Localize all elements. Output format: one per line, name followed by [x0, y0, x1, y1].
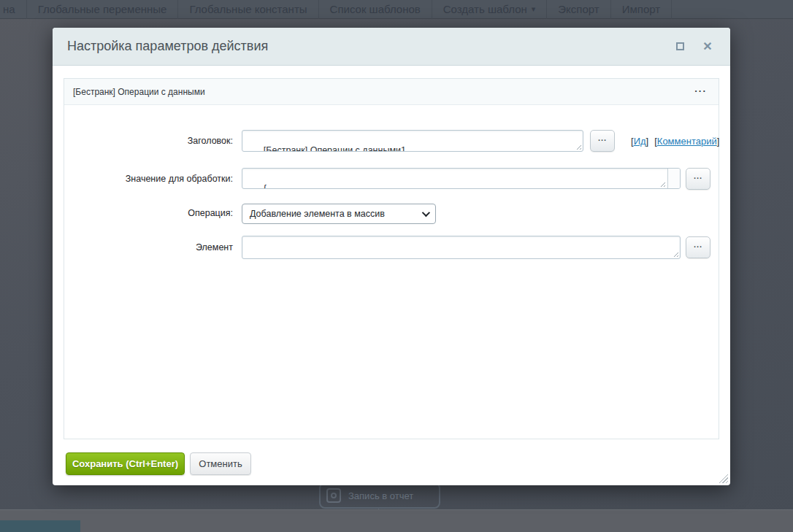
- value-picker-button[interactable]: ...: [686, 168, 710, 190]
- action-panel: [Бестранк] Операции с данными ... Заголо…: [64, 78, 719, 439]
- bottom-panel-tab[interactable]: [0, 520, 80, 532]
- id-link-wrap: [Ид]: [631, 136, 648, 147]
- resize-grip-icon[interactable]: [575, 143, 581, 150]
- panel-menu-button[interactable]: ...: [692, 87, 710, 96]
- resize-grip-icon[interactable]: [672, 250, 678, 257]
- caret-down-icon: ▾: [532, 5, 536, 13]
- id-link[interactable]: Ид: [634, 136, 646, 147]
- nav-item-global-constants[interactable]: Глобальные константы: [178, 0, 318, 19]
- title-label: Заголовок:: [64, 130, 233, 152]
- value-input[interactable]: {: [242, 168, 681, 189]
- operation-label: Операция:: [64, 203, 233, 223]
- title-input[interactable]: [Бестранк] Операции с данными1: [242, 130, 583, 152]
- title-picker-button[interactable]: ...: [590, 130, 615, 152]
- cancel-button[interactable]: Отменить: [190, 452, 251, 475]
- dialog-header: Настройка параметров действия ✕: [53, 28, 730, 66]
- spellcheck-flagged-text: [Бестранк]: [264, 145, 307, 152]
- top-navbar: на Глобальные переменные Глобальные конс…: [0, 0, 793, 19]
- operation-selected-value: Добавление элемента в массив: [250, 209, 385, 219]
- comment-link[interactable]: Комментарий: [657, 136, 717, 147]
- element-label: Элемент: [64, 236, 233, 259]
- bottom-panel: [0, 510, 793, 532]
- comment-link-wrap: [Комментарий]: [654, 136, 719, 147]
- resize-grip-icon[interactable]: [659, 180, 665, 187]
- element-picker-button[interactable]: ...: [686, 236, 710, 258]
- nav-item-create-template[interactable]: Создать шаблон ▾: [432, 0, 548, 19]
- value-label: Значение для обработки:: [64, 168, 233, 190]
- report-node-icon: [326, 488, 341, 503]
- chevron-down-icon: [422, 209, 430, 217]
- action-settings-dialog: Настройка параметров действия ✕ [Бестран…: [53, 28, 730, 485]
- nav-item-template-list[interactable]: Список шаблонов: [319, 0, 432, 19]
- nav-item-partial[interactable]: на: [0, 0, 27, 19]
- close-button[interactable]: ✕: [700, 39, 716, 55]
- flow-node-label: Запись в отчет: [348, 490, 413, 501]
- save-button[interactable]: Сохранить (Ctrl+Enter): [66, 452, 185, 475]
- element-input[interactable]: [242, 236, 681, 259]
- dialog-resize-grip[interactable]: [718, 473, 728, 483]
- flow-node-report-write[interactable]: Запись в отчет: [319, 482, 440, 509]
- title-extra-links: [Ид] [Комментарий]: [631, 130, 719, 152]
- value-scrollbar[interactable]: [667, 169, 680, 188]
- maximize-button[interactable]: [672, 39, 688, 55]
- nav-item-global-variables[interactable]: Глобальные переменные: [27, 0, 179, 19]
- close-icon: ✕: [702, 41, 712, 53]
- nav-item-export[interactable]: Экспорт: [547, 0, 610, 19]
- maximize-icon: [676, 42, 684, 50]
- nav-item-import[interactable]: Импорт: [611, 0, 672, 19]
- action-panel-title: [Бестранк] Операции с данными: [73, 87, 205, 97]
- dialog-title: Настройка параметров действия: [67, 39, 268, 54]
- operation-select[interactable]: Добавление элемента в массив: [242, 204, 436, 224]
- action-panel-header: [Бестранк] Операции с данными ...: [64, 79, 719, 105]
